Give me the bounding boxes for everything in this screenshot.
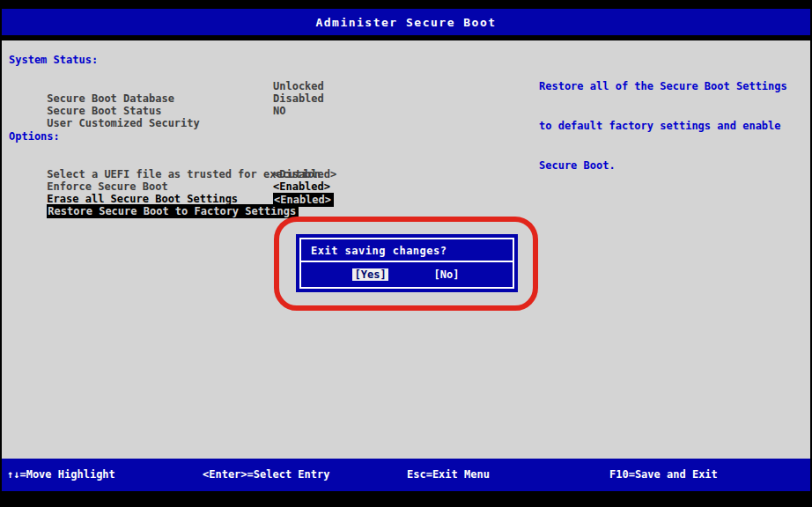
help-text: Restore all of the Secure Boot Settings … xyxy=(539,54,803,199)
option-value-highlighted: <Enabled> xyxy=(273,193,334,207)
status-value: NO xyxy=(273,105,285,117)
help-line: Secure Boot. xyxy=(539,159,803,173)
hint-exit-menu: Esc=Exit Menu xyxy=(407,468,490,481)
hint-save-and-exit: F10=Save and Exit xyxy=(609,468,718,481)
exit-dialog-frame: Exit saving changes? [Yes] [No] xyxy=(299,238,514,289)
main-area: System Status: Secure Boot Database Unlo… xyxy=(2,40,810,459)
page-title: Administer Secure Boot xyxy=(2,9,810,35)
dialog-buttons: [Yes] [No] xyxy=(301,262,513,287)
help-line: Restore all of the Secure Boot Settings xyxy=(539,80,803,93)
status-value: Disabled xyxy=(273,92,324,105)
exit-dialog: Exit saving changes? [Yes] [No] xyxy=(296,234,518,292)
bios-screen: Administer Secure Boot System Status: Se… xyxy=(0,0,812,507)
option-value: <Disabled> xyxy=(273,168,336,180)
dialog-title: Exit saving changes? xyxy=(301,239,513,261)
footer-keybar: ↑↓=Move Highlight <Enter>=Select Entry E… xyxy=(2,459,810,491)
help-line: to default factory settings and enable xyxy=(539,120,803,133)
no-button[interactable]: [No] xyxy=(432,268,461,281)
status-value: Unlocked xyxy=(273,80,324,92)
yes-button[interactable]: [Yes] xyxy=(352,268,388,281)
hint-select-entry: <Enter>=Select Entry xyxy=(203,468,330,481)
status-label: User Customized Security xyxy=(47,117,199,129)
hint-move-highlight: ↑↓=Move Highlight xyxy=(7,468,115,481)
option-label-highlighted: Restore Secure Boot to Factory Settings xyxy=(47,204,299,218)
option-value: <Enabled> xyxy=(273,180,330,193)
